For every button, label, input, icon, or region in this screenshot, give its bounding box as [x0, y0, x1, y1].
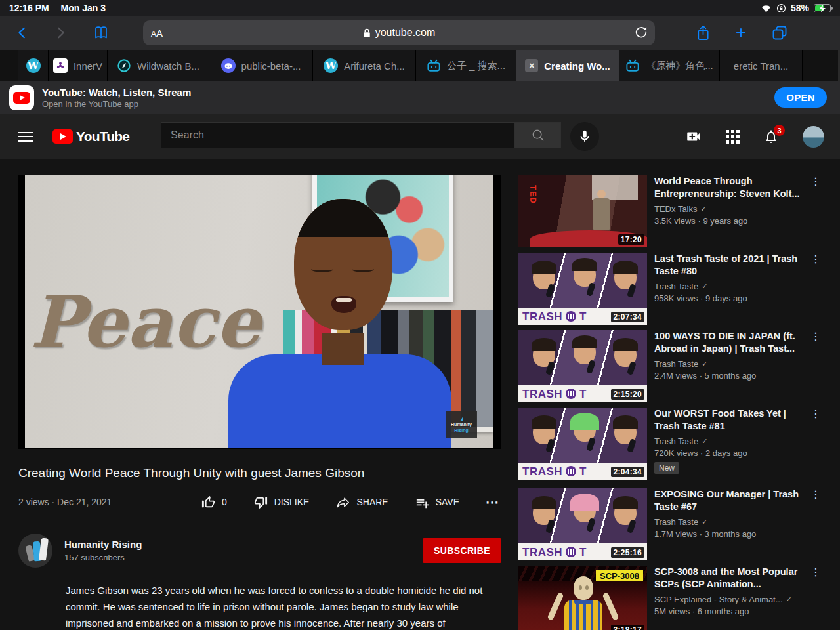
verified-icon: ✓ [702, 437, 707, 446]
tab-heretic-translations[interactable]: eretic Tran... [720, 50, 803, 81]
suggested-title: Last Trash Taste of 2021 | Trash Taste #… [654, 253, 806, 278]
watermark-logo-icon [460, 416, 463, 421]
channel-name[interactable]: Humanity Rising [64, 539, 142, 550]
bookmarks-button[interactable] [88, 20, 114, 46]
video-thumbnail[interactable]: SCP-3008 3:18:17 [518, 566, 647, 630]
tab-innersloth[interactable]: InnerV [49, 50, 108, 81]
menu-hamburger-button[interactable] [18, 129, 33, 144]
tab-public-beta[interactable]: public-beta-... [209, 50, 313, 81]
duration-badge: 2:04:34 [611, 467, 644, 477]
notifications-bell[interactable]: 3 [763, 129, 779, 144]
wifi-icon [761, 4, 772, 12]
channel-avatar[interactable] [18, 534, 52, 568]
subscribe-button[interactable]: SUBSCRIBE [423, 538, 501, 563]
tab-label: 公子 _ 搜索... [447, 60, 505, 72]
suggested-video-item[interactable]: TED 17:20 World Peace Through Entreprene… [518, 175, 822, 247]
voice-search-button[interactable] [570, 122, 599, 151]
suggested-video-item[interactable]: TRASHT 2:04:34 Our WORST Food Takes Yet … [518, 408, 822, 480]
video-thumbnail[interactable]: TRASHT 2:07:34 [518, 253, 647, 325]
reader-view-button[interactable]: AA [151, 28, 163, 39]
share-label: SHARE [356, 497, 388, 507]
tab-overflow-stub[interactable] [0, 50, 9, 81]
create-video-icon[interactable] [685, 128, 702, 145]
video-options-button[interactable]: ⋮ [810, 253, 822, 325]
tab-wordpress[interactable]: W [18, 50, 49, 81]
save-label: SAVE [436, 497, 459, 507]
app-banner-subtitle: Open in the YouTube app [42, 99, 191, 109]
tab-arifureta[interactable]: W Arifureta Ch... [313, 50, 416, 81]
share-button[interactable] [696, 24, 711, 42]
tab-wildwatch[interactable]: Wildwatch B... [108, 50, 209, 81]
video-thumbnail[interactable]: TRASHT 2:04:34 [518, 408, 647, 480]
video-options-button[interactable]: ⋮ [810, 408, 822, 480]
suggested-channel: SCP Explained - Story & Animat... [654, 595, 783, 604]
youtube-logo[interactable]: YouTube [52, 129, 129, 144]
smart-app-banner: YouTube: Watch, Listen, Stream Open in t… [0, 81, 840, 114]
verified-icon: ✓ [702, 360, 707, 368]
new-badge: New [654, 462, 679, 474]
like-button[interactable]: 0 [201, 495, 227, 510]
tab-overflow-stub[interactable] [803, 50, 839, 81]
channel-subscribers: 157 subscribers [64, 553, 142, 562]
more-actions-button[interactable]: ⋯ [486, 494, 499, 510]
video-player[interactable]: Peace Humanity Rising [18, 175, 501, 449]
share-button-yt[interactable]: SHARE [335, 495, 388, 510]
video-options-button[interactable]: ⋮ [810, 175, 822, 247]
trash-can-icon [566, 547, 576, 557]
bilibili-icon [625, 59, 640, 72]
bilibili-icon [427, 59, 441, 72]
duration-badge: 2:15:20 [611, 389, 644, 400]
reload-button[interactable] [634, 25, 648, 39]
forward-button[interactable] [47, 20, 74, 46]
address-bar[interactable]: AA youtube.com [143, 20, 655, 45]
video-description: James Gibson was 23 years old when he wa… [66, 582, 501, 630]
suggested-meta: 958K views · 9 days ago [654, 293, 806, 303]
verified-icon: ✓ [701, 205, 707, 213]
video-options-button[interactable]: ⋮ [810, 488, 822, 560]
search-input[interactable] [161, 122, 515, 148]
dislike-button[interactable]: DISLIKE [253, 495, 310, 510]
suggested-channel: Trash Taste [654, 436, 698, 446]
suggested-channel: Trash Taste [654, 282, 698, 291]
wordpress-icon: W [26, 58, 41, 73]
tab-label: Creating Wo... [544, 60, 610, 72]
tab-label: InnerV [74, 60, 102, 72]
suggested-video-item[interactable]: SCP-3008 3:18:17 SCP-3008 and the Most P… [518, 566, 822, 630]
suggested-videos: TED 17:20 World Peace Through Entreprene… [518, 175, 822, 630]
tab-bilibili-search[interactable]: 公子 _ 搜索... [416, 50, 516, 81]
tab-label: Arifureta Ch... [344, 60, 405, 72]
suggested-meta: 1.7M views · 3 months ago [654, 529, 806, 539]
close-tab-icon[interactable]: × [525, 59, 538, 72]
url-text: youtube.com [375, 27, 436, 39]
suggested-meta: 3.5K views · 9 years ago [654, 216, 806, 226]
video-options-button[interactable]: ⋮ [810, 330, 822, 402]
tabs-overview-button[interactable] [771, 24, 788, 41]
apps-grid-icon[interactable] [726, 130, 740, 144]
notification-count-badge: 3 [774, 125, 785, 136]
open-app-button[interactable]: OPEN [774, 87, 827, 108]
compass-icon [117, 58, 131, 73]
suggested-video-item[interactable]: TRASHT 2:07:34 Last Trash Taste of 2021 … [518, 253, 822, 325]
suggested-video-item[interactable]: TRASHT 2:25:16 EXPOSING Our Manager | Tr… [518, 488, 822, 560]
video-thumbnail[interactable]: TRASHT 2:25:16 [518, 488, 647, 560]
suggested-video-item[interactable]: TRASHT 2:15:20 100 WAYS TO DIE IN JAPAN … [518, 330, 822, 402]
search-button[interactable] [515, 122, 561, 148]
youtube-app-icon [9, 85, 34, 110]
suggested-channel: Trash Taste [654, 359, 698, 369]
tab-creating-world-peace-active[interactable]: × Creating Wo... [516, 50, 620, 81]
tab-bilibili-genshin[interactable]: 《原神》角色... [620, 50, 720, 81]
new-tab-button[interactable]: + [736, 24, 746, 42]
tab-overflow-stub[interactable] [9, 50, 18, 81]
video-thumbnail[interactable]: TED 17:20 [518, 175, 647, 247]
video-options-button[interactable]: ⋮ [810, 566, 822, 630]
battery-icon [814, 4, 831, 12]
suggested-title: Our WORST Food Takes Yet | Trash Taste #… [654, 408, 806, 432]
channel-watermark: Humanity Rising [446, 411, 477, 438]
back-button[interactable] [9, 20, 35, 46]
verified-icon: ✓ [702, 282, 707, 291]
video-thumbnail[interactable]: TRASHT 2:15:20 [518, 330, 647, 402]
scp-label: SCP-3008 [596, 570, 643, 581]
account-avatar[interactable] [803, 126, 824, 148]
youtube-wordmark: YouTube [76, 129, 129, 144]
save-button[interactable]: SAVE [415, 495, 459, 510]
